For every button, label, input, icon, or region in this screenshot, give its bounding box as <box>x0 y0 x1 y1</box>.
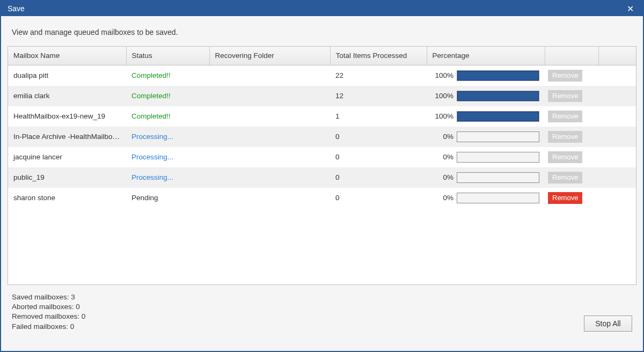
cell-recovering-folder <box>209 127 330 147</box>
cell-remove: Remove <box>545 167 598 188</box>
progress-bar-fill <box>457 71 539 80</box>
cell-mailbox-name: jacquine lancer <box>8 147 126 167</box>
progress-bar <box>457 131 539 142</box>
percentage-label: 100% <box>432 112 453 120</box>
col-remove[interactable] <box>545 47 598 65</box>
footer-stats: Saved mailboxes: 3 Aborted mailboxes: 0 … <box>12 292 584 332</box>
cell-status: Completed!! <box>126 106 209 127</box>
progress-bar <box>457 172 539 183</box>
cell-recovering-folder <box>209 167 330 188</box>
cell-extra <box>598 86 636 106</box>
table-row: HealthMailbox-ex19-new_19Completed!!1100… <box>8 106 636 127</box>
progress-bar <box>457 70 539 81</box>
cell-total-items: 0 <box>330 167 427 188</box>
cell-percentage: 0% <box>427 147 545 167</box>
cell-total-items: 12 <box>330 86 427 106</box>
progress-bar <box>457 91 539 101</box>
percentage-label: 0% <box>432 133 453 141</box>
save-dialog: Save ✕ View and manage queued mailboxes … <box>0 0 644 352</box>
remove-button: Remove <box>548 90 582 102</box>
cell-mailbox-name: dualipa pitt <box>8 65 126 86</box>
percentage-label: 0% <box>432 173 453 181</box>
progress-bar-fill <box>457 91 539 101</box>
progress-bar <box>457 152 539 163</box>
titlebar: Save ✕ <box>1 1 643 16</box>
close-icon[interactable]: ✕ <box>623 1 638 16</box>
stat-removed: Removed mailboxes: 0 <box>12 312 584 321</box>
cell-total-items: 0 <box>330 188 427 208</box>
cell-status: Processing... <box>126 167 209 188</box>
cell-remove: Remove <box>545 127 598 147</box>
progress-bar-fill <box>457 112 539 121</box>
cell-status: Processing... <box>126 147 209 167</box>
table-row: jacquine lancerProcessing...00%Remove <box>8 147 636 167</box>
percentage-label: 0% <box>432 153 453 161</box>
cell-mailbox-name: public_19 <box>8 167 126 188</box>
cell-mailbox-name: sharon stone <box>8 188 126 208</box>
table-row: dualipa pittCompleted!!22100%Remove <box>8 65 636 86</box>
window-title: Save <box>8 4 623 13</box>
col-recovering-folder[interactable]: Recovering Folder <box>209 47 330 65</box>
cell-total-items: 0 <box>330 127 427 147</box>
cell-remove: Remove <box>545 106 598 127</box>
cell-percentage: 0% <box>427 127 545 147</box>
cell-status: Completed!! <box>126 86 209 106</box>
cell-extra <box>598 65 636 86</box>
cell-mailbox-name: emilia clark <box>8 86 126 106</box>
footer: Saved mailboxes: 3 Aborted mailboxes: 0 … <box>1 285 643 340</box>
cell-remove: Remove <box>545 86 598 106</box>
progress-bar <box>457 111 539 122</box>
col-extra[interactable] <box>598 47 636 65</box>
cell-recovering-folder <box>209 86 330 106</box>
cell-remove: Remove <box>545 188 598 208</box>
percentage-label: 100% <box>432 92 453 100</box>
cell-total-items: 1 <box>330 106 427 127</box>
cell-total-items: 22 <box>330 65 427 86</box>
cell-remove: Remove <box>545 65 598 86</box>
cell-total-items: 0 <box>330 147 427 167</box>
cell-recovering-folder <box>209 65 330 86</box>
table-row: emilia clarkCompleted!!12100%Remove <box>8 86 636 106</box>
mailbox-table: Mailbox Name Status Recovering Folder To… <box>8 47 636 208</box>
cell-extra <box>598 127 636 147</box>
cell-mailbox-name: HealthMailbox-ex19-new_19 <box>8 106 126 127</box>
cell-extra <box>598 188 636 208</box>
cell-status: Completed!! <box>126 65 209 86</box>
progress-bar <box>457 193 539 203</box>
cell-recovering-folder <box>209 188 330 208</box>
percentage-label: 0% <box>432 194 453 202</box>
table-row: public_19Processing...00%Remove <box>8 167 636 188</box>
cell-status: Processing... <box>126 127 209 147</box>
cell-recovering-folder <box>209 147 330 167</box>
cell-remove: Remove <box>545 147 598 167</box>
remove-button: Remove <box>548 172 582 184</box>
col-mailbox-name[interactable]: Mailbox Name <box>8 47 126 65</box>
remove-button: Remove <box>548 131 582 143</box>
col-percentage[interactable]: Percentage <box>427 47 545 65</box>
cell-extra <box>598 167 636 188</box>
percentage-label: 100% <box>432 71 453 79</box>
cell-status: Pending <box>126 188 209 208</box>
col-total-items[interactable]: Total Items Processed <box>330 47 427 65</box>
remove-button[interactable]: Remove <box>548 192 582 204</box>
stat-failed: Failed mailboxes: 0 <box>12 322 584 332</box>
stat-aborted: Aborted mailboxes: 0 <box>12 302 584 312</box>
stop-all-button[interactable]: Stop All <box>584 316 632 332</box>
remove-button: Remove <box>548 70 582 82</box>
cell-percentage: 0% <box>427 167 545 188</box>
cell-mailbox-name: In-Place Archive -HealthMailbox... <box>8 127 126 147</box>
table-header-row: Mailbox Name Status Recovering Folder To… <box>8 47 636 65</box>
cell-recovering-folder <box>209 106 330 127</box>
cell-percentage: 100% <box>427 65 545 86</box>
table-row: In-Place Archive -HealthMailbox...Proces… <box>8 127 636 147</box>
col-status[interactable]: Status <box>126 47 209 65</box>
intro-text: View and manage queued mailboxes to be s… <box>1 16 643 46</box>
cell-extra <box>598 106 636 127</box>
cell-percentage: 100% <box>427 106 545 127</box>
table-row: sharon stonePending00%Remove <box>8 188 636 208</box>
stat-saved: Saved mailboxes: 3 <box>12 292 584 302</box>
remove-button: Remove <box>548 151 582 163</box>
cell-percentage: 0% <box>427 188 545 208</box>
cell-extra <box>598 147 636 167</box>
cell-percentage: 100% <box>427 86 545 106</box>
